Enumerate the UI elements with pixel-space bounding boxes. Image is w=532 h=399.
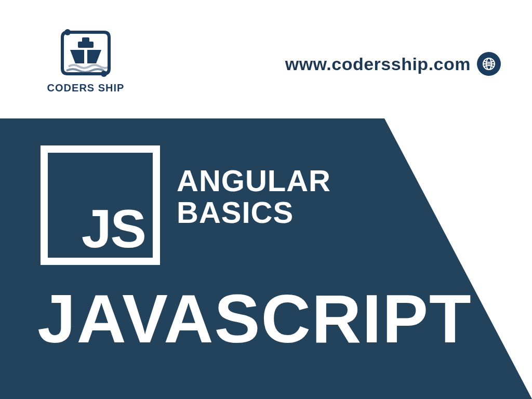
site-url: www.codersship.com [285,52,501,76]
site-url-text: www.codersship.com [285,54,471,74]
hero-subtitle-line1: ANGULAR [177,165,331,197]
brand-name: CODERS SHIP [44,82,127,94]
svg-point-0 [64,29,71,35]
hero-panel: JS ANGULAR BASICS JAVASCRIPT [0,118,532,399]
svg-rect-3 [82,37,89,43]
brand-logo: CODERS SHIP [44,27,127,94]
globe-icon [477,52,501,76]
hero-subtitle: ANGULAR BASICS [177,165,331,229]
hero-subtitle-line2: BASICS [177,197,331,229]
hero-title: JAVASCRIPT [37,285,472,353]
js-badge: JS [41,145,160,265]
ship-icon [57,27,114,79]
promo-card: CODERS SHIP www.codersship.com JS ANGULA… [0,0,532,399]
js-badge-text: JS [82,202,145,256]
svg-rect-5 [84,50,87,63]
svg-point-1 [101,71,107,77]
